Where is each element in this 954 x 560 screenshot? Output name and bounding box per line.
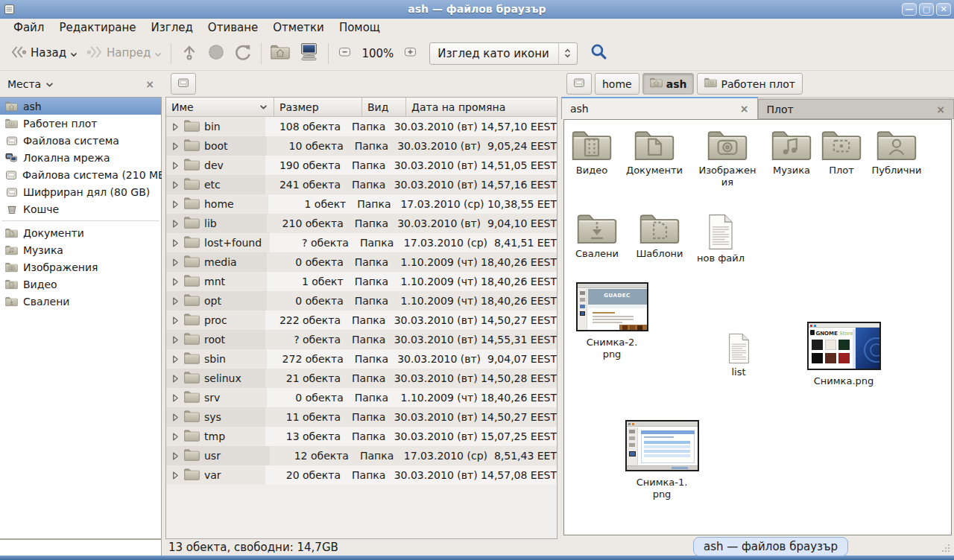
table-row-mnt[interactable]: mnt 1 обект Папка 1.10.2009 (чт) 18,40,2… xyxy=(166,272,557,291)
reload-button[interactable] xyxy=(230,39,256,68)
expander-icon[interactable] xyxy=(171,394,180,402)
table-row-proc[interactable]: proc 222 обекта Папка 30.03.2010 (вт) 14… xyxy=(166,311,557,330)
table-row-sys[interactable]: sys 11 обекта Папка 30.03.2010 (вт) 14,5… xyxy=(166,407,557,427)
file-icon-шаблони[interactable]: Шаблони xyxy=(628,212,692,260)
expander-icon[interactable] xyxy=(171,239,180,247)
expander-icon[interactable] xyxy=(171,220,180,228)
path-button-home[interactable]: home xyxy=(595,73,639,95)
menu-item-6[interactable]: Помощ xyxy=(332,19,388,36)
path-button-ash[interactable]: ash xyxy=(642,73,695,95)
sidebar-item-работен-плот[interactable]: Работен плот xyxy=(0,115,161,132)
menu-item-2[interactable]: Редактиране xyxy=(51,19,143,36)
sidebar-item-свалени[interactable]: Свалени xyxy=(0,293,161,310)
computer-button[interactable] xyxy=(294,39,323,68)
pane-resize-handle[interactable] xyxy=(162,71,165,539)
search-button[interactable] xyxy=(587,39,611,67)
expander-icon[interactable] xyxy=(171,452,180,460)
combo-spinner-icon[interactable] xyxy=(559,48,577,58)
expander-icon[interactable] xyxy=(171,200,180,209)
up-button[interactable] xyxy=(176,39,203,68)
places-dropdown-icon[interactable] xyxy=(45,78,54,90)
table-row-tmp[interactable]: tmp 13 обекта Папка 30.03.2010 (вт) 15,0… xyxy=(166,427,557,446)
path-button-работен-плот[interactable]: Работен плот xyxy=(697,73,802,95)
menu-item-5[interactable]: Отметки xyxy=(265,19,332,36)
path-button-root[interactable] xyxy=(566,73,592,95)
table-row-bin[interactable]: bin 108 обекта Папка 30.03.2010 (вт) 14,… xyxy=(166,117,557,136)
expander-icon[interactable] xyxy=(171,316,180,325)
table-row-media[interactable]: media 0 обекта Папка 1.10.2009 (чт) 18,4… xyxy=(166,252,557,272)
expander-icon[interactable] xyxy=(171,123,180,131)
column-header-2[interactable]: Размер xyxy=(274,98,362,116)
icon-view[interactable]: Видео Документи Изображен ия Музика Плот xyxy=(563,119,952,535)
table-row-var[interactable]: var 20 обекта Папка 30.03.2010 (вт) 14,5… xyxy=(166,465,557,485)
zoom-in-button[interactable] xyxy=(399,41,422,66)
table-row-lib[interactable]: lib 210 обекта Папка 30.03.2010 (вт) 9,0… xyxy=(166,214,557,233)
root-path-button[interactable] xyxy=(171,73,196,95)
sidebar-item-файлова-система-210-mb-[interactable]: Файлова система (210 MB) xyxy=(0,166,161,183)
zoom-out-button[interactable] xyxy=(333,41,356,66)
file-icon-видео[interactable]: Видео xyxy=(563,129,624,176)
back-dropdown-icon[interactable] xyxy=(70,47,78,60)
menu-item-1[interactable]: Файл xyxy=(6,19,51,36)
expander-icon[interactable] xyxy=(171,278,180,286)
expander-icon[interactable] xyxy=(171,433,180,441)
column-header-4[interactable]: Дата на промяна xyxy=(406,98,557,116)
column-header-3[interactable]: Вид xyxy=(362,98,406,116)
view-mode-select[interactable]: Изглед като икони xyxy=(429,42,578,65)
taskbar-window-button[interactable]: ash — файлов браузър xyxy=(693,537,848,556)
sidebar-item-кошче[interactable]: Кошче xyxy=(0,200,161,217)
close-button[interactable]: ✕ xyxy=(936,3,951,16)
table-row-usr[interactable]: usr 12 обекта Папка 17.03.2010 (ср) 8,51… xyxy=(166,446,557,465)
table-row-opt[interactable]: opt 0 обекта Папка 1.10.2009 (чт) 18,40,… xyxy=(166,291,557,311)
table-row-etc[interactable]: etc 241 обекта Папка 30.03.2010 (вт) 14,… xyxy=(166,175,557,194)
table-row-srv[interactable]: srv 0 обекта Папка 1.10.2009 (чт) 18,40,… xyxy=(166,388,557,407)
file-icon-list[interactable]: list xyxy=(707,333,771,378)
sidebar-item-файлова-система[interactable]: Файлова система xyxy=(0,132,161,149)
file-icon-снимка.png[interactable]: GNOME Store Снимка.png xyxy=(805,322,882,387)
menu-item-3[interactable]: Изглед xyxy=(144,19,200,36)
sidebar-item-изображения[interactable]: Изображения xyxy=(0,258,161,276)
expander-icon[interactable] xyxy=(171,142,180,150)
tab-close-icon[interactable]: × xyxy=(740,103,749,115)
table-row-lost+found[interactable]: lost+found ? обекта Папка 17.03.2010 (ср… xyxy=(166,233,557,252)
tab-ash[interactable]: ash × xyxy=(561,97,758,119)
home-button[interactable] xyxy=(266,40,294,67)
expander-icon[interactable] xyxy=(171,336,180,344)
expander-icon[interactable] xyxy=(171,181,180,189)
table-row-dev[interactable]: dev 190 обекта Папка 30.03.2010 (вт) 14,… xyxy=(166,156,557,175)
file-icon-публични[interactable]: Публични xyxy=(865,129,929,176)
tab-close-icon[interactable]: × xyxy=(936,104,945,115)
tab-плот[interactable]: Плот × xyxy=(758,99,954,119)
menu-item-4[interactable]: Отиване xyxy=(200,19,265,36)
expander-icon[interactable] xyxy=(171,355,180,363)
expander-icon[interactable] xyxy=(171,258,180,267)
expander-icon[interactable] xyxy=(171,375,180,383)
file-icon-изображен-ия[interactable]: Изображен ия xyxy=(695,129,759,189)
places-selector[interactable]: Места xyxy=(7,78,41,90)
sidebar-item-музика[interactable]: Музика xyxy=(0,241,161,258)
expander-icon[interactable] xyxy=(171,471,180,480)
sidebar-item-видео[interactable]: Видео xyxy=(0,276,161,293)
resize-grip[interactable] xyxy=(939,541,951,553)
file-icon-документи[interactable]: Документи xyxy=(622,129,686,176)
pane-resize-handle[interactable] xyxy=(557,71,561,539)
sidebar-item-шифриран-дял-80-gb-[interactable]: Шифриран дял (80 GB) xyxy=(0,183,161,200)
maximize-button[interactable]: ▢ xyxy=(919,3,934,16)
table-row-sbin[interactable]: sbin 272 обекта Папка 30.03.2010 (вт) 9,… xyxy=(166,349,557,369)
file-icon-снимка-1.-png[interactable]: Снимка-1. png xyxy=(623,420,701,501)
table-row-root[interactable]: root ? обекта Папка 30.03.2010 (вт) 14,5… xyxy=(166,330,557,349)
expander-icon[interactable] xyxy=(171,297,180,305)
table-row-boot[interactable]: boot 10 обекта Папка 30.03.2010 (вт) 9,0… xyxy=(166,136,557,156)
back-button[interactable]: Назад xyxy=(6,40,82,67)
table-row-home[interactable]: home 1 обект Папка 17.03.2010 (ср) 10,38… xyxy=(166,194,557,214)
file-icon-нов-файл[interactable]: нов файл xyxy=(689,214,753,264)
sidebar-item-локална-мрежа[interactable]: Локална мрежа xyxy=(0,149,161,166)
sidebar-close-icon[interactable]: × xyxy=(145,78,154,90)
minimize-button[interactable]: — xyxy=(902,3,917,16)
sidebar-item-ash[interactable]: ash xyxy=(0,98,161,115)
column-header-1[interactable]: Име xyxy=(166,98,274,116)
expander-icon[interactable] xyxy=(171,162,180,170)
file-icon-свалени[interactable]: Свалени xyxy=(565,212,629,260)
sidebar-item-документи[interactable]: Документи xyxy=(0,224,161,241)
expander-icon[interactable] xyxy=(171,413,180,421)
